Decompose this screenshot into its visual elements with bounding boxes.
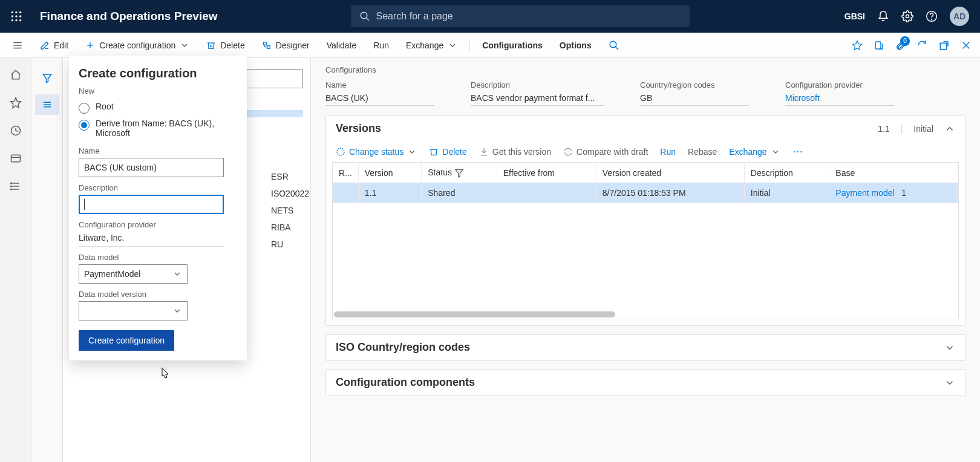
cell-description: Initial: [744, 183, 829, 203]
exchange-version-button[interactable]: Exchange: [729, 147, 780, 157]
edit-button[interactable]: Edit: [31, 33, 77, 57]
delete-button[interactable]: Delete: [198, 33, 253, 57]
versions-card-header[interactable]: Versions 1.1 | Initial: [326, 116, 965, 142]
svg-point-5: [19, 15, 21, 17]
chevron-down-icon: [944, 342, 955, 353]
panel-title: Create configuration: [79, 67, 237, 80]
rail-modules-icon[interactable]: [10, 180, 22, 192]
related-icon[interactable]: [852, 40, 863, 51]
gear-icon[interactable]: [901, 10, 913, 22]
help-icon[interactable]: [926, 10, 938, 22]
attachments-icon[interactable]: 0: [895, 40, 906, 51]
section-new-label: New: [79, 86, 237, 96]
bell-icon[interactable]: [877, 10, 889, 22]
field-description-value[interactable]: BACS vendor payment format f...: [471, 91, 604, 106]
attachments-badge: 0: [900, 36, 910, 46]
field-region-value[interactable]: GB: [640, 91, 749, 106]
field-description-label: Description: [471, 80, 604, 89]
validate-button[interactable]: Validate: [318, 33, 365, 57]
svg-point-45: [794, 151, 795, 152]
data-model-select[interactable]: PaymentModel: [79, 264, 188, 284]
data-model-version-select[interactable]: [79, 301, 188, 320]
cell-version: 1.1: [358, 183, 422, 203]
run-button[interactable]: Run: [365, 33, 397, 57]
cell-status: Shared: [422, 183, 497, 203]
options-tab[interactable]: Options: [551, 33, 600, 57]
refresh-icon[interactable]: [917, 40, 928, 51]
svg-point-3: [11, 15, 13, 17]
data-model-version-label: Data model version: [79, 290, 237, 299]
filter-pane-button[interactable]: [35, 68, 59, 88]
col-version[interactable]: Version: [358, 163, 422, 183]
name-input[interactable]: BACS (UK custom): [79, 158, 224, 177]
chevron-down-icon: [172, 306, 182, 316]
components-title: Configuration components: [336, 376, 475, 389]
download-icon: [479, 147, 489, 157]
more-actions-button[interactable]: [792, 146, 803, 157]
cell-created: 8/7/2015 01:18:53 PM: [596, 183, 744, 203]
status-icon: [336, 147, 345, 157]
run-version-button[interactable]: Run: [660, 147, 676, 157]
svg-line-10: [366, 18, 369, 21]
delete-version-button[interactable]: Delete: [429, 147, 466, 157]
configurations-tab[interactable]: Configurations: [474, 33, 551, 57]
legal-entity[interactable]: GBSI: [844, 11, 865, 21]
svg-point-6: [11, 19, 13, 21]
chevron-down-icon: [407, 147, 417, 157]
svg-marker-29: [10, 98, 21, 108]
col-status[interactable]: Status: [422, 163, 497, 183]
description-label: Description: [79, 183, 237, 192]
rail-recent-icon[interactable]: [10, 125, 22, 137]
svg-marker-39: [43, 74, 51, 83]
exchange-button[interactable]: Exchange: [397, 33, 466, 57]
description-input[interactable]: [79, 195, 224, 214]
close-icon[interactable]: [961, 40, 972, 51]
field-provider-label: Configuration provider: [785, 80, 894, 89]
create-configuration-submit-button[interactable]: Create configuration: [79, 330, 174, 351]
svg-rect-19: [263, 42, 266, 45]
radio-root-option[interactable]: Root: [79, 99, 237, 116]
version-row[interactable]: 1.1 Shared 8/7/2015 01:18:53 PM Initial …: [333, 183, 958, 203]
designer-button[interactable]: Designer: [253, 33, 318, 57]
create-configuration-button[interactable]: Create configuration: [77, 33, 198, 57]
breadcrumb: Configurations: [325, 65, 965, 74]
radio-icon: [79, 120, 90, 131]
app-launcher-icon[interactable]: [0, 10, 33, 22]
plus-icon: [85, 41, 95, 50]
field-name-value[interactable]: BACS (UK): [325, 91, 434, 106]
cell-base: Payment model 1: [829, 183, 958, 203]
chevron-down-icon: [448, 41, 457, 50]
get-version-button[interactable]: Get this version: [479, 147, 551, 157]
page-options-icon[interactable]: [874, 40, 884, 51]
provider-value: Litware, Inc.: [79, 232, 224, 247]
svg-rect-26: [940, 43, 947, 50]
cursor-pointer-icon: [158, 366, 172, 382]
col-created[interactable]: Version created: [596, 163, 744, 183]
nav-collapse-icon[interactable]: [4, 40, 31, 51]
commandbar-search-button[interactable]: [600, 33, 628, 57]
global-search[interactable]: Search for a page: [351, 5, 690, 27]
col-effective[interactable]: Effective from: [497, 163, 596, 183]
rail-workspaces-icon[interactable]: [10, 152, 22, 164]
refresh-icon: [563, 147, 573, 157]
chevron-down-icon: [180, 41, 189, 50]
col-base[interactable]: Base: [829, 163, 958, 183]
col-description[interactable]: Description: [744, 163, 829, 183]
components-card-header[interactable]: Configuration components: [326, 370, 965, 395]
compare-button[interactable]: Compare with draft: [563, 147, 648, 157]
rail-home-icon[interactable]: [10, 69, 22, 81]
rebase-button[interactable]: Rebase: [688, 147, 717, 157]
change-status-button[interactable]: Change status: [336, 147, 417, 157]
popout-icon[interactable]: [939, 40, 950, 51]
iso-codes-card-header[interactable]: ISO Country/region codes: [326, 335, 965, 360]
list-pane-button[interactable]: [35, 94, 59, 115]
chevron-down-icon: [944, 377, 955, 388]
svg-point-0: [11, 11, 13, 13]
col-r[interactable]: R...: [333, 163, 358, 183]
horizontal-scrollbar[interactable]: [334, 311, 615, 317]
radio-derive-option[interactable]: Derive from Name: BACS (UK), Microsoft: [79, 116, 237, 140]
field-provider-value[interactable]: Microsoft: [785, 91, 894, 106]
rail-favorites-icon[interactable]: [10, 97, 22, 109]
chevron-up-icon: [944, 123, 955, 134]
user-avatar[interactable]: AD: [950, 7, 969, 26]
